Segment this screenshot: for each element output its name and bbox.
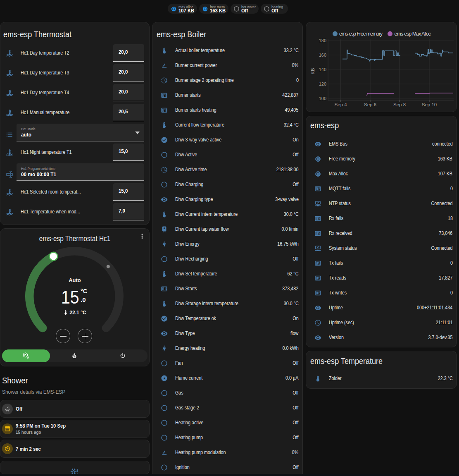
svg-text:Sep 4: Sep 4 — [335, 102, 347, 107]
svg-text:120: 120 — [319, 81, 326, 86]
svg-text:ems-esp Free memory: ems-esp Free memory — [339, 31, 383, 37]
svg-text:ems-esp Max Alloc: ems-esp Max Alloc — [395, 31, 431, 37]
svg-text:Sep 10: Sep 10 — [422, 102, 437, 107]
svg-text:KB: KB — [310, 68, 315, 74]
svg-text:180: 180 — [319, 38, 326, 43]
svg-text:100: 100 — [319, 96, 326, 101]
svg-text:Sep 6: Sep 6 — [364, 102, 376, 107]
svg-text:Sep 8: Sep 8 — [393, 102, 406, 107]
svg-text:160: 160 — [319, 53, 326, 57]
svg-text:140: 140 — [319, 67, 326, 72]
